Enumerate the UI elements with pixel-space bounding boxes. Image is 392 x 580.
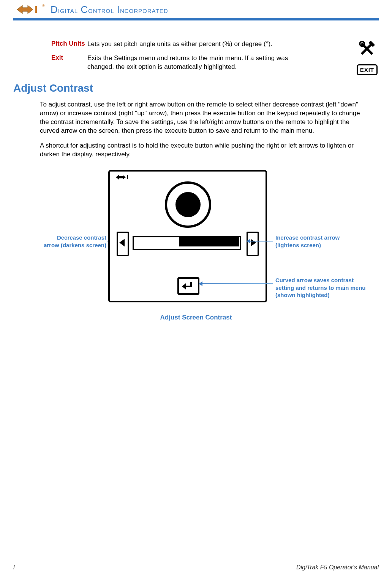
page-content: EXIT Pitch Units Lets you set pitch angl… <box>0 21 392 321</box>
definitions-list: Pitch Units Lets you set pitch angle uni… <box>51 40 307 72</box>
def-text: Exits the Settings menu and returns to t… <box>87 54 307 72</box>
exit-icon-label: EXIT <box>360 67 374 73</box>
logo-row: ® Digital Control Incorporated <box>13 3 379 16</box>
tools-crossed-icon <box>358 40 376 57</box>
increase-contrast-button[interactable] <box>247 232 259 256</box>
def-term: Exit <box>51 54 87 72</box>
device-screen <box>108 170 267 302</box>
dci-mini-logo-icon <box>114 174 136 181</box>
footer-right: DigiTrak F5 Operator's Manual <box>296 564 379 571</box>
section-heading: Adjust Contrast <box>13 82 379 94</box>
svg-text:®: ® <box>42 4 45 8</box>
figure-caption: Adjust Screen Contrast <box>13 314 379 321</box>
svg-rect-0 <box>35 6 37 13</box>
margin-icons: EXIT <box>357 40 378 75</box>
callout-decrease-contrast: Decrease contrast arrow (darkens screen) <box>42 234 106 249</box>
footer-left: l <box>13 564 15 571</box>
footer-rule <box>13 557 379 557</box>
def-row-exit: Exit Exits the Settings menu and returns… <box>51 54 307 72</box>
callout-arrow-icon <box>202 283 273 284</box>
contrast-slider <box>133 236 241 250</box>
contrast-dial-icon <box>165 181 211 228</box>
exit-icon: EXIT <box>357 64 378 75</box>
svg-rect-6 <box>127 175 128 179</box>
def-row-pitch-units: Pitch Units Lets you set pitch angle uni… <box>51 40 307 49</box>
decrease-contrast-button[interactable] <box>117 232 129 256</box>
paragraph: To adjust contrast, use the left or righ… <box>40 100 364 135</box>
figure-adjust-contrast: Decrease contrast arrow (darkens screen) <box>13 170 379 307</box>
company-name: Digital Control Incorporated <box>51 4 168 16</box>
page-header: ® Digital Control Incorporated <box>0 0 392 16</box>
return-button[interactable] <box>177 277 199 295</box>
dci-logo-icon: ® <box>13 3 46 16</box>
callout-return-arrow: Curved arrow saves contrast setting and … <box>275 276 367 299</box>
callout-increase-contrast: Increase contrast arrow (lightens screen… <box>275 234 359 249</box>
def-text: Lets you set pitch angle units as either… <box>87 40 307 49</box>
callout-arrow-icon <box>250 241 273 242</box>
header-rule-thick <box>13 18 379 20</box>
page-footer: l DigiTrak F5 Operator's Manual <box>13 564 379 571</box>
paragraph: A shortcut for adjusting contrast is to … <box>40 141 364 159</box>
def-term: Pitch Units <box>51 40 87 49</box>
